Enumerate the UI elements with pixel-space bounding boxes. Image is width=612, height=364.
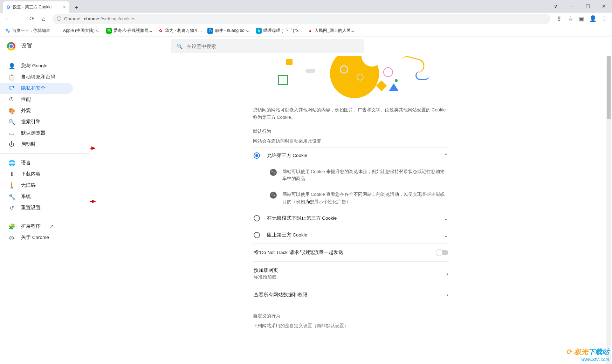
sidebar-item-you-and-google[interactable]: 👤您与 Google: [0, 60, 73, 71]
sidebar-item-languages[interactable]: 🌐语言: [0, 157, 73, 169]
search-icon: 🔍: [177, 43, 183, 49]
cookie-illustration: [253, 56, 449, 98]
sidebar-item-about[interactable]: ◎关于 Chrome: [0, 232, 73, 243]
forward-button[interactable]: →: [15, 14, 25, 24]
speedometer-icon: ⏱: [8, 96, 15, 103]
scrollbar[interactable]: [606, 56, 611, 364]
sidebar-item-downloads[interactable]: ⬇下载内容: [0, 169, 73, 180]
sidebar-item-search-engine[interactable]: 🔍搜索引擎: [0, 116, 73, 128]
cookie-icon: [270, 169, 277, 176]
window-controls: ∨ — ☐ ✕: [548, 0, 612, 13]
reload-button[interactable]: ⟳: [27, 14, 37, 24]
bookmark-apple[interactable]: Apple (中国大陆) -...: [54, 27, 102, 34]
sidebar-item-appearance[interactable]: 🎨外观: [0, 105, 73, 116]
preload-title: 预加载网页: [254, 267, 278, 274]
menu-icon[interactable]: ⋮: [599, 14, 609, 24]
bookmark-outlook[interactable]: O邮件 - huang bo -...: [206, 27, 252, 34]
site-info-icon[interactable]: ⓘ: [57, 16, 61, 22]
wrench-icon: 🔧: [8, 193, 15, 200]
bookmark-huawei[interactable]: ✿华为 - 构建万物互...: [156, 27, 203, 34]
sidebar-item-default-browser[interactable]: ▭默认浏览器: [0, 128, 73, 139]
do-not-track-row[interactable]: 将"Do Not Track"请求与浏览流量一起发送: [253, 243, 449, 261]
bookmark-iqiyi[interactable]: 艺爱奇艺-在线视频网...: [105, 27, 153, 34]
custom-heading: 自定义的行为: [253, 313, 449, 319]
scrollbar-thumb[interactable]: [607, 56, 611, 119]
option-label: 在无痕模式下阻止第三方 Cookie: [267, 215, 337, 221]
sidepanel-icon[interactable]: ▣: [576, 14, 587, 24]
option-label: 允许第三方 Cookie: [267, 152, 308, 159]
address-bar[interactable]: ⓘ Chrome | chrome://settings/cookies: [53, 14, 550, 24]
preload-row[interactable]: 预加载网页 标准预加载 ›: [253, 261, 449, 286]
option-block-all[interactable]: 阻止第三方 Cookie ⌄: [253, 227, 449, 243]
sidebar-item-extensions[interactable]: 🧩扩展程序↗: [0, 221, 73, 232]
bookmark-star-icon[interactable]: ☆: [565, 14, 576, 24]
home-button[interactable]: ⌂: [39, 14, 49, 24]
sidebar: 👤您与 Google 📋自动填充和密码 🛡隐私和安全 ⏱性能 🎨外观 🔍搜索引擎…: [0, 56, 90, 364]
chevron-down-icon[interactable]: ⌄: [444, 232, 448, 239]
description-text: 您访问的网站可以嵌入其他网站的内容，例如图片、广告和文字。由这类其他网站设置的 …: [253, 107, 449, 121]
sidebar-item-on-startup[interactable]: ⏻启动时: [0, 139, 73, 150]
view-all-label: 查看所有网站数据和权限: [254, 292, 308, 298]
puzzle-icon: 🧩: [8, 223, 15, 230]
dropdown-icon[interactable]: ∨: [548, 0, 564, 13]
radio-icon[interactable]: [254, 215, 260, 221]
sidebar-item-performance[interactable]: ⏱性能: [0, 94, 73, 105]
settings-header: 设置 🔍: [0, 36, 612, 56]
bookmark-baidu[interactable]: 🐾百度一下，你就知道: [4, 27, 51, 34]
preload-subtitle: 标准预加载: [254, 274, 278, 280]
reset-icon: ↺: [8, 205, 15, 211]
radio-icon[interactable]: [254, 152, 260, 159]
download-icon: ⬇: [8, 171, 15, 178]
default-behavior-sub: 网站会在您访问时自动采用此设置: [253, 138, 449, 144]
chevron-down-icon[interactable]: ⌄: [444, 215, 448, 222]
option-allow-detail-1: 网站可以使用 Cookie 来提升您的浏览体验，例如让您保持登录状态或记住您购物…: [253, 164, 449, 187]
maximize-button[interactable]: ☐: [580, 0, 596, 13]
search-input[interactable]: [187, 43, 358, 49]
power-icon: ⏻: [8, 141, 15, 147]
view-all-sites-row[interactable]: 查看所有网站数据和权限 ›: [253, 286, 449, 304]
minimize-button[interactable]: —: [564, 0, 580, 13]
option-allow-third-party[interactable]: 允许第三方 Cookie ⌃: [253, 147, 449, 164]
sidebar-item-reset[interactable]: ↺重置设置: [0, 202, 73, 213]
divider: [0, 153, 90, 154]
main-content: 您访问的网站可以嵌入其他网站的内容，例如图片、广告和文字。由这类其他网站设置的 …: [90, 56, 612, 364]
dnt-label: 将"Do Not Track"请求与浏览流量一起发送: [254, 249, 343, 256]
browser-tab[interactable]: ⚙ 设置 - 第三方 Cookie ×: [3, 1, 69, 13]
sidebar-item-accessibility[interactable]: 🚶无障碍: [0, 180, 73, 191]
custom-sub: 下列网站采用的是自定义设置（而非默认设置）: [253, 323, 449, 329]
divider: [0, 217, 90, 217]
sidebar-item-privacy[interactable]: 🛡隐私和安全: [0, 83, 73, 94]
url-host: chrome: [84, 16, 99, 21]
toolbar: ← → ⟳ ⌂ ⓘ Chrome | chrome://settings/coo…: [0, 13, 612, 25]
close-icon[interactable]: ×: [63, 4, 66, 10]
palette-icon: 🎨: [8, 108, 15, 114]
bookmark-people[interactable]: ●人民网_网上的人民...: [306, 27, 356, 34]
sidebar-item-autofill[interactable]: 📋自动填充和密码: [0, 71, 73, 83]
toggle-switch[interactable]: [436, 250, 448, 255]
chevron-up-icon[interactable]: ⌃: [444, 152, 448, 159]
gear-icon: ⚙: [6, 5, 11, 10]
url-path: ://settings/cookies: [99, 16, 135, 21]
search-icon: 🔍: [8, 119, 15, 125]
chevron-right-icon: ›: [447, 271, 448, 276]
back-button[interactable]: ←: [3, 14, 13, 24]
close-window-button[interactable]: ✕: [596, 0, 612, 13]
share-icon[interactable]: ⇪: [554, 14, 564, 24]
option-label: 阻止第三方 Cookie: [267, 232, 308, 238]
settings-search[interactable]: 🔍: [171, 39, 364, 53]
chrome-logo-icon: [7, 42, 15, 50]
radio-icon[interactable]: [254, 232, 260, 238]
bookmark-bilibili[interactable]: b哔哩哔哩 (゜-゜)つ...: [255, 27, 303, 34]
clipboard-icon: 📋: [8, 74, 15, 81]
sidebar-item-system[interactable]: 🔧系统: [0, 191, 73, 202]
new-tab-button[interactable]: +: [71, 3, 81, 13]
info-icon: ◎: [8, 234, 15, 241]
person-icon: 👤: [8, 63, 15, 69]
shield-icon: 🛡: [8, 85, 15, 91]
globe-icon: 🌐: [8, 160, 15, 166]
option-block-incognito[interactable]: 在无痕模式下阻止第三方 Cookie ⌄: [253, 210, 449, 227]
tab-title: 设置 - 第三方 Cookie: [13, 4, 51, 10]
watermark: ⟳ 极光下载站 www.xz7.com: [566, 347, 609, 362]
url-prefix: Chrome: [64, 16, 80, 21]
profile-icon[interactable]: 👤: [587, 14, 598, 24]
